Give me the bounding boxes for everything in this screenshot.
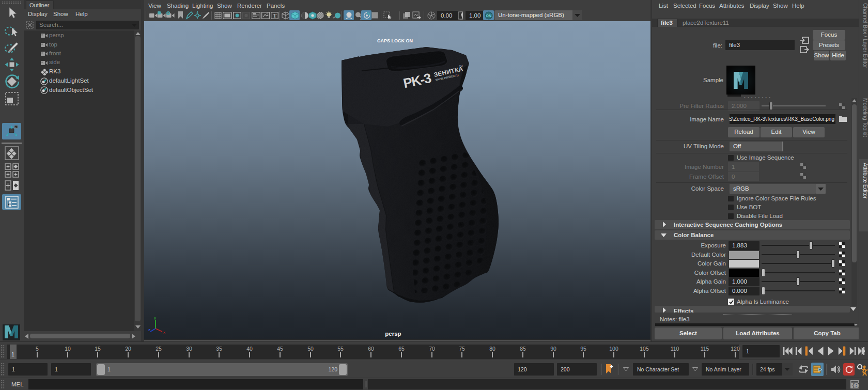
svg-text:{;}: {;}	[852, 383, 859, 388]
svg-text:x: x	[163, 330, 165, 335]
svg-text:ON: ON	[486, 14, 492, 18]
svg-text:z: z	[148, 327, 150, 332]
svg-text:T: T	[273, 13, 276, 19]
svg-text:y: y	[154, 316, 156, 320]
